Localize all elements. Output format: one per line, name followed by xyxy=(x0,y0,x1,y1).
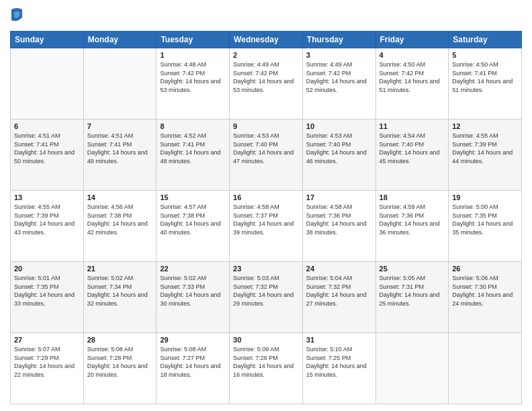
day-number: 2 xyxy=(233,51,299,59)
day-number: 24 xyxy=(306,265,372,273)
day-cell: 9Sunrise: 4:53 AM Sunset: 7:40 PM Daylig… xyxy=(230,120,303,191)
day-cell: 28Sunrise: 5:08 AM Sunset: 7:28 PM Dayli… xyxy=(83,333,157,404)
day-info: Sunrise: 5:00 AM Sunset: 7:35 PM Dayligh… xyxy=(452,203,518,236)
col-sunday: Sunday xyxy=(11,32,84,48)
day-info: Sunrise: 4:55 AM Sunset: 7:39 PM Dayligh… xyxy=(452,132,518,165)
day-number: 19 xyxy=(452,193,518,201)
day-cell: 11Sunrise: 4:54 AM Sunset: 7:40 PM Dayli… xyxy=(375,120,449,191)
day-info: Sunrise: 5:04 AM Sunset: 7:32 PM Dayligh… xyxy=(306,274,372,308)
week-row-4: 20Sunrise: 5:01 AM Sunset: 7:35 PM Dayli… xyxy=(11,262,522,333)
week-row-3: 13Sunrise: 4:55 AM Sunset: 7:39 PM Dayli… xyxy=(11,191,522,262)
day-cell xyxy=(11,48,84,120)
day-cell xyxy=(83,48,157,120)
day-cell: 24Sunrise: 5:04 AM Sunset: 7:32 PM Dayli… xyxy=(302,262,375,333)
day-number: 4 xyxy=(380,51,445,59)
day-cell: 14Sunrise: 4:56 AM Sunset: 7:38 PM Dayli… xyxy=(83,191,157,262)
col-thursday: Thursday xyxy=(302,32,375,48)
day-number: 15 xyxy=(160,193,226,201)
day-info: Sunrise: 5:01 AM Sunset: 7:35 PM Dayligh… xyxy=(14,274,80,308)
day-number: 22 xyxy=(160,265,226,273)
day-info: Sunrise: 5:10 AM Sunset: 7:25 PM Dayligh… xyxy=(306,345,372,379)
calendar-table: Sunday Monday Tuesday Wednesday Thursday… xyxy=(10,31,522,404)
day-cell: 12Sunrise: 4:55 AM Sunset: 7:39 PM Dayli… xyxy=(449,120,522,191)
day-cell: 2Sunrise: 4:49 AM Sunset: 7:42 PM Daylig… xyxy=(230,48,303,120)
col-tuesday: Tuesday xyxy=(157,32,230,48)
week-row-5: 27Sunrise: 5:07 AM Sunset: 7:29 PM Dayli… xyxy=(11,333,522,404)
day-number: 25 xyxy=(380,265,445,273)
day-info: Sunrise: 4:57 AM Sunset: 7:38 PM Dayligh… xyxy=(160,203,226,236)
day-cell xyxy=(449,333,522,404)
day-cell: 13Sunrise: 4:55 AM Sunset: 7:39 PM Dayli… xyxy=(11,191,84,262)
day-info: Sunrise: 5:07 AM Sunset: 7:29 PM Dayligh… xyxy=(14,345,80,379)
day-info: Sunrise: 4:59 AM Sunset: 7:36 PM Dayligh… xyxy=(380,203,445,236)
day-number: 6 xyxy=(14,122,80,130)
day-number: 11 xyxy=(380,122,445,130)
day-cell: 16Sunrise: 4:58 AM Sunset: 7:37 PM Dayli… xyxy=(230,191,303,262)
day-cell: 7Sunrise: 4:51 AM Sunset: 7:41 PM Daylig… xyxy=(83,120,157,191)
day-info: Sunrise: 4:56 AM Sunset: 7:38 PM Dayligh… xyxy=(87,203,153,236)
day-cell: 17Sunrise: 4:58 AM Sunset: 7:36 PM Dayli… xyxy=(302,191,375,262)
day-number: 12 xyxy=(452,122,518,130)
day-info: Sunrise: 4:51 AM Sunset: 7:41 PM Dayligh… xyxy=(14,132,80,165)
calendar-body: 1Sunrise: 4:48 AM Sunset: 7:42 PM Daylig… xyxy=(11,48,522,404)
day-info: Sunrise: 4:53 AM Sunset: 7:40 PM Dayligh… xyxy=(233,132,299,165)
day-number: 1 xyxy=(160,51,226,59)
day-number: 7 xyxy=(87,122,153,130)
day-cell: 22Sunrise: 5:02 AM Sunset: 7:33 PM Dayli… xyxy=(157,262,230,333)
day-cell: 18Sunrise: 4:59 AM Sunset: 7:36 PM Dayli… xyxy=(375,191,449,262)
day-info: Sunrise: 4:48 AM Sunset: 7:42 PM Dayligh… xyxy=(160,60,226,94)
day-cell: 29Sunrise: 5:08 AM Sunset: 7:27 PM Dayli… xyxy=(157,333,230,404)
day-cell: 4Sunrise: 4:50 AM Sunset: 7:42 PM Daylig… xyxy=(375,48,449,120)
day-info: Sunrise: 4:49 AM Sunset: 7:42 PM Dayligh… xyxy=(306,60,372,94)
day-info: Sunrise: 4:50 AM Sunset: 7:42 PM Dayligh… xyxy=(380,60,445,94)
day-info: Sunrise: 5:06 AM Sunset: 7:30 PM Dayligh… xyxy=(452,274,518,308)
day-info: Sunrise: 4:51 AM Sunset: 7:41 PM Dayligh… xyxy=(87,132,153,165)
day-number: 17 xyxy=(306,193,372,201)
day-cell: 20Sunrise: 5:01 AM Sunset: 7:35 PM Dayli… xyxy=(11,262,84,333)
day-info: Sunrise: 4:54 AM Sunset: 7:40 PM Dayligh… xyxy=(380,132,445,165)
day-number: 14 xyxy=(87,193,153,201)
header-row: Sunday Monday Tuesday Wednesday Thursday… xyxy=(11,32,522,48)
day-cell: 10Sunrise: 4:53 AM Sunset: 7:40 PM Dayli… xyxy=(302,120,375,191)
day-info: Sunrise: 4:49 AM Sunset: 7:42 PM Dayligh… xyxy=(233,60,299,94)
day-number: 26 xyxy=(452,265,518,273)
day-cell: 27Sunrise: 5:07 AM Sunset: 7:29 PM Dayli… xyxy=(11,333,84,404)
col-friday: Friday xyxy=(375,32,449,48)
day-cell: 26Sunrise: 5:06 AM Sunset: 7:30 PM Dayli… xyxy=(449,262,522,333)
day-number: 18 xyxy=(380,193,445,201)
day-number: 30 xyxy=(233,336,299,344)
day-cell: 5Sunrise: 4:50 AM Sunset: 7:41 PM Daylig… xyxy=(449,48,522,120)
page: Sunday Monday Tuesday Wednesday Thursday… xyxy=(0,0,532,411)
day-cell: 6Sunrise: 4:51 AM Sunset: 7:41 PM Daylig… xyxy=(11,120,84,191)
day-cell: 30Sunrise: 5:09 AM Sunset: 7:26 PM Dayli… xyxy=(230,333,303,404)
col-saturday: Saturday xyxy=(449,32,522,48)
day-cell xyxy=(375,333,449,404)
day-cell: 19Sunrise: 5:00 AM Sunset: 7:35 PM Dayli… xyxy=(449,191,522,262)
day-cell: 8Sunrise: 4:52 AM Sunset: 7:41 PM Daylig… xyxy=(157,120,230,191)
day-number: 9 xyxy=(233,122,299,130)
week-row-1: 1Sunrise: 4:48 AM Sunset: 7:42 PM Daylig… xyxy=(11,48,522,120)
day-number: 13 xyxy=(14,193,80,201)
day-number: 27 xyxy=(14,336,80,344)
day-info: Sunrise: 4:50 AM Sunset: 7:41 PM Dayligh… xyxy=(452,60,518,94)
day-info: Sunrise: 5:02 AM Sunset: 7:33 PM Dayligh… xyxy=(160,274,226,308)
col-monday: Monday xyxy=(83,32,157,48)
col-wednesday: Wednesday xyxy=(230,32,303,48)
day-cell: 23Sunrise: 5:03 AM Sunset: 7:32 PM Dayli… xyxy=(230,262,303,333)
day-number: 16 xyxy=(233,193,299,201)
day-info: Sunrise: 4:58 AM Sunset: 7:37 PM Dayligh… xyxy=(233,203,299,236)
logo-icon xyxy=(10,7,24,26)
header xyxy=(10,7,522,26)
day-info: Sunrise: 4:52 AM Sunset: 7:41 PM Dayligh… xyxy=(160,132,226,165)
day-cell: 3Sunrise: 4:49 AM Sunset: 7:42 PM Daylig… xyxy=(302,48,375,120)
day-cell: 1Sunrise: 4:48 AM Sunset: 7:42 PM Daylig… xyxy=(157,48,230,120)
day-info: Sunrise: 5:05 AM Sunset: 7:31 PM Dayligh… xyxy=(380,274,445,308)
day-number: 8 xyxy=(160,122,226,130)
day-cell: 21Sunrise: 5:02 AM Sunset: 7:34 PM Dayli… xyxy=(83,262,157,333)
day-info: Sunrise: 5:09 AM Sunset: 7:26 PM Dayligh… xyxy=(233,345,299,379)
day-cell: 31Sunrise: 5:10 AM Sunset: 7:25 PM Dayli… xyxy=(302,333,375,404)
day-number: 23 xyxy=(233,265,299,273)
day-number: 28 xyxy=(87,336,153,344)
day-number: 29 xyxy=(160,336,226,344)
day-number: 21 xyxy=(87,265,153,273)
